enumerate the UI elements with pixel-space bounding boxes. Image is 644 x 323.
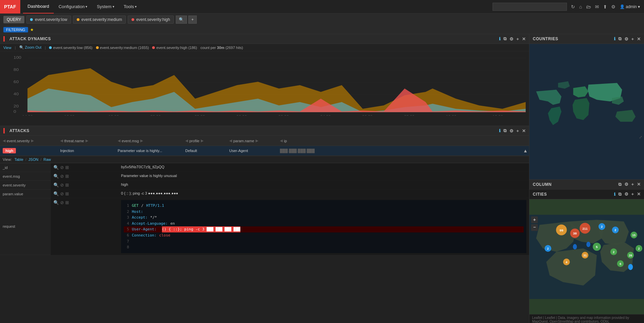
nav-tools[interactable]: Tools ▾ (119, 0, 141, 14)
cell-severity: high (0, 146, 57, 155)
nav-search-input[interactable] (493, 3, 567, 11)
ban-msg-icon[interactable]: ⊘ (60, 174, 64, 179)
gear-icon[interactable]: ⚙ (611, 4, 616, 9)
cell-threat-name: Injection (57, 147, 115, 155)
cities-info-icon[interactable]: ℹ (614, 192, 616, 197)
cities-copy-icon[interactable]: ⧉ (618, 192, 622, 197)
cities-close-icon[interactable]: ✕ (637, 192, 641, 197)
query-button[interactable]: QUERY (3, 16, 24, 23)
countries-copy-icon[interactable]: ⧉ (618, 36, 622, 42)
view-json-tab[interactable]: JSON (27, 157, 40, 162)
add-filter-button[interactable]: + (188, 16, 197, 24)
attacks-settings-icon[interactable]: ⚙ (509, 128, 514, 133)
chart-area: 100 80 60 40 20 0 (0, 51, 529, 126)
nav-config-chevron: ▾ (86, 5, 87, 8)
header-accent (3, 36, 5, 42)
cell-ip: ███.███.███.███ (277, 147, 522, 155)
view-link[interactable]: View (3, 46, 11, 50)
col-event-severity[interactable]: ◀ event.severity ▶ (0, 137, 57, 144)
cities-map[interactable]: + − 99 38 211 2 2 (529, 199, 644, 315)
legend-low-dot (49, 46, 52, 49)
nav-system[interactable]: System ▾ (92, 0, 119, 14)
search-sev-icon[interactable]: 🔍 (53, 182, 59, 188)
code-line-5: 5 User-Agent: () { ::}; ping -c 3 ███ ██… (124, 226, 524, 232)
attacks-info-icon[interactable]: ℹ (499, 128, 501, 133)
view-raw-tab[interactable]: Raw (42, 157, 52, 162)
view-table-tab[interactable]: Table (13, 157, 25, 162)
refresh-icon[interactable]: ↻ (571, 4, 575, 9)
search-action-icon[interactable]: 🔍 (53, 165, 59, 170)
countries-expand-icon[interactable]: + (631, 36, 634, 42)
ban-param-icon[interactable]: ⊘ (60, 191, 64, 196)
grid-sev-icon[interactable]: ⊞ (65, 182, 69, 188)
column-header: COLUMN ⧉ ⚙ + ✕ (529, 180, 644, 190)
attack-row[interactable]: high Injection Parameter value is highly… (0, 146, 529, 156)
countries-settings-icon[interactable]: ⚙ (624, 36, 629, 42)
ban-sev-icon[interactable]: ⊘ (60, 182, 64, 188)
column-copy-icon[interactable]: ⧉ (618, 182, 622, 187)
column-settings-icon[interactable]: ⚙ (624, 182, 629, 187)
field-request-value: 1 GET / HTTP/1.1 2 Host: (118, 198, 529, 255)
ban-req-icon[interactable]: ⊘ (60, 200, 64, 205)
attacks-copy-icon[interactable]: ⧉ (503, 128, 507, 133)
zoom-out-link[interactable]: 🔍 Zoom Out (19, 45, 42, 50)
svg-text:40: 40 (14, 92, 19, 96)
expand-icon[interactable]: + (516, 36, 519, 42)
info-icon[interactable]: ℹ (499, 36, 501, 41)
search-msg-icon[interactable]: 🔍 (53, 174, 59, 179)
north-america (536, 90, 562, 105)
svg-text:100: 100 (14, 56, 21, 60)
attack-chart: 100 80 60 40 20 0 (14, 55, 526, 116)
pin-2[interactable] (587, 242, 591, 247)
cities-settings-icon[interactable]: ⚙ (624, 192, 629, 197)
countries-close-icon[interactable]: ✕ (637, 36, 641, 42)
mail-icon[interactable]: ✉ (595, 4, 599, 9)
cities-expand-icon[interactable]: + (631, 192, 634, 197)
settings-icon[interactable]: ⚙ (509, 36, 514, 42)
nav-configuration[interactable]: Configuration ▾ (54, 0, 92, 14)
svg-text:15: 15 (632, 233, 636, 237)
svg-text:6: 6 (620, 262, 621, 266)
filter-medium[interactable]: event.severity:medium (73, 16, 126, 24)
pin-blue-1[interactable] (628, 264, 633, 270)
column-close-icon[interactable]: ✕ (637, 182, 641, 187)
svg-text:20:00: 20:00 (150, 115, 161, 116)
legend-high-dot (152, 46, 155, 49)
col-param-name[interactable]: ◀ param.name ▶ (226, 137, 277, 144)
pin-1[interactable] (573, 244, 577, 249)
grid-param-icon[interactable]: ⊞ (65, 191, 69, 196)
filter-low[interactable]: event.severity:low (26, 16, 71, 24)
detail-row-request: request 🔍 ⊘ ⊞ (0, 198, 529, 255)
attacks-expand-icon[interactable]: + (516, 128, 519, 133)
svg-text:4: 4 (566, 260, 567, 264)
col-profile[interactable]: ◀ profile ▶ (183, 137, 226, 144)
search-button[interactable]: 🔍 (176, 16, 187, 24)
col-threat-name[interactable]: ◀ threat.name ▶ (57, 137, 115, 144)
attack-dynamics-title: ATTACK DYNAMICS (9, 36, 51, 41)
attacks-close-icon[interactable]: ✕ (522, 128, 526, 133)
svg-text:2: 2 (547, 247, 549, 250)
close-icon[interactable]: ✕ (522, 36, 526, 42)
nav-dashboard[interactable]: Dashboard (23, 0, 54, 14)
countries-info-icon[interactable]: ℹ (614, 36, 616, 41)
collapse-btn[interactable]: ▲ (522, 147, 529, 155)
col-event-msg[interactable]: ◀ event.msg ▶ (115, 137, 183, 144)
column-expand-icon[interactable]: + (631, 182, 634, 187)
grid-msg-icon[interactable]: ⊞ (65, 174, 69, 179)
search-req-icon[interactable]: 🔍 (53, 200, 59, 205)
col-ip[interactable]: ◀ ip (277, 137, 529, 144)
svg-text:211: 211 (582, 227, 588, 230)
upload-icon[interactable]: ⬆ (603, 4, 607, 9)
search-param-icon[interactable]: 🔍 (53, 191, 59, 196)
grid-action-icon[interactable]: ⊞ (65, 165, 69, 170)
folder-icon[interactable]: 🗁 (586, 4, 591, 9)
ban-action-icon[interactable]: ⊘ (60, 165, 64, 170)
copy-icon[interactable]: ⧉ (503, 36, 507, 42)
cell-profile: Default (183, 147, 226, 155)
chart-legend: View | 🔍 Zoom Out | event.severity:low (… (0, 44, 529, 51)
grid-req-icon[interactable]: ⊞ (65, 200, 69, 205)
user-menu[interactable]: 👤 admin ▾ (620, 4, 640, 9)
query-bar: QUERY event.severity:low event.severity:… (0, 14, 644, 26)
filter-high[interactable]: event.severity:high (128, 16, 174, 24)
home-icon[interactable]: ⌂ (579, 4, 582, 9)
